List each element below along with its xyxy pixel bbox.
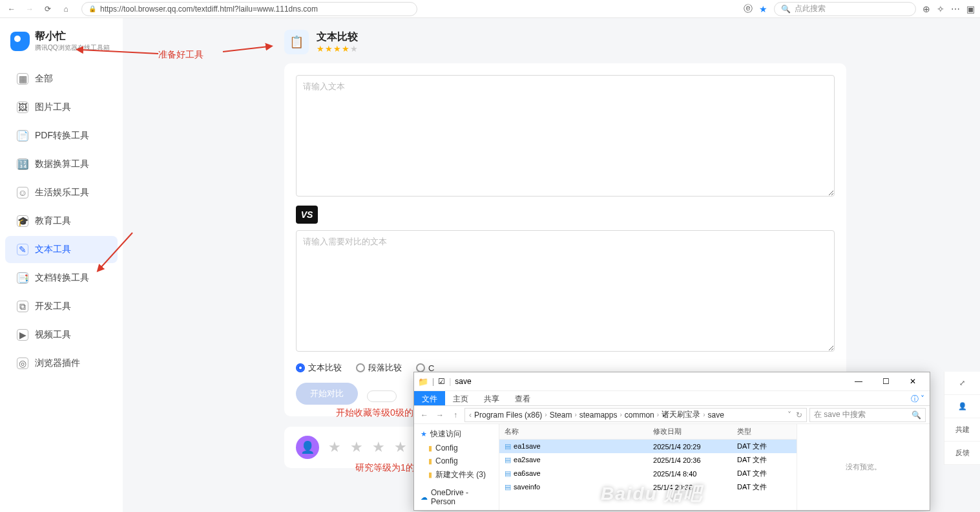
life-icon: ☺	[17, 187, 28, 198]
sidebar-item-doc[interactable]: 📑文档转换工具	[5, 264, 118, 292]
collections-icon[interactable]: ✧	[937, 4, 944, 14]
search-icon: 🔍	[781, 5, 791, 14]
text-icon: ✎	[17, 244, 28, 255]
minimize-button[interactable]: —	[846, 374, 871, 389]
file-row-ea2save[interactable]: ▤ea2save 2025/1/4 20:36 DAT 文件	[499, 453, 797, 467]
pdf-icon: 📄	[17, 130, 28, 142]
file-icon: ▤	[505, 483, 511, 491]
explorer-ribbon: 文件 主页 共享 查看 ⓘ ˅	[414, 390, 930, 406]
user-button[interactable]: 👤	[944, 395, 980, 418]
watermark: Baidu 贴吧	[601, 482, 703, 506]
favorite-star-icon[interactable]: ★	[759, 4, 767, 14]
titlebar-quick2: ☑	[438, 377, 445, 386]
file-icon: ▤	[505, 442, 511, 450]
sidebar-item-pdf[interactable]: 📄PDF转换工具	[5, 122, 118, 149]
breadcrumb[interactable]: ‹ Program Files (x86)› Steam› steamapps›…	[464, 408, 807, 422]
plugin-icon: ◎	[17, 357, 28, 369]
sidebar-item-dev[interactable]: ⧉开发工具	[5, 293, 118, 320]
column-headers[interactable]: 名称 修改日期 类型	[499, 424, 797, 440]
nav-onedrive[interactable]: ☁OneDrive - Person	[419, 486, 494, 508]
sidebar-item-video[interactable]: ▶视频工具	[5, 321, 118, 348]
nav-config1[interactable]: ▮Config	[419, 442, 494, 454]
sidebar-menu: ▦全部 🖼图片工具 📄PDF转换工具 🔢数据换算工具 ☺生活娱乐工具 🎓教育工具…	[0, 65, 123, 377]
lock-icon: 🔒	[89, 5, 96, 12]
home-button[interactable]: ⌂	[59, 3, 72, 16]
extension-icon[interactable]: ⊕	[923, 4, 930, 14]
sidebar-item-text[interactable]: ✎文本工具	[5, 236, 118, 263]
feedback-button[interactable]: 反馈	[944, 442, 980, 465]
brand-logo-icon	[10, 32, 30, 51]
nav-newfolder[interactable]: ▮新建文件夹 (3)	[419, 467, 494, 482]
close-button[interactable]: ✕	[900, 374, 926, 389]
nav-up-icon[interactable]: ↑	[449, 411, 462, 420]
folder-icon: 📁	[418, 377, 428, 387]
sidebar-item-image[interactable]: 🖼图片工具	[5, 94, 118, 121]
forward-button[interactable]: →	[23, 3, 36, 16]
more-icon[interactable]: ⋯	[951, 4, 960, 14]
nav-config2[interactable]: ▮Config	[419, 454, 494, 467]
start-compare-button[interactable]: 开始对比	[296, 383, 358, 405]
ribbon-tab-share[interactable]: 共享	[476, 391, 507, 405]
clear-button[interactable]	[367, 390, 397, 402]
browser-toolbar: ← → ⟳ ⌂ 🔒 https://tool.browser.qq.com/te…	[0, 0, 980, 18]
search-placeholder: 点此搜索	[795, 3, 826, 14]
image-icon: 🖼	[17, 101, 28, 113]
tool-header: 📋 文本比较 ★★★★★	[284, 30, 954, 54]
url-text: https://tool.browser.qq.com/textdiff.htm…	[100, 5, 318, 14]
nav-back-icon[interactable]: ←	[418, 411, 431, 420]
text-input-2[interactable]	[296, 230, 835, 352]
doc-icon: 📑	[17, 272, 28, 284]
radio-paragraph-compare[interactable]: 段落比较	[356, 362, 402, 374]
sidebar: 帮小忙 腾讯QQ浏览器在线工具箱 ▦全部 🖼图片工具 📄PDF转换工具 🔢数据换…	[0, 18, 123, 512]
dev-icon: ⧉	[17, 301, 28, 312]
ribbon-tab-file[interactable]: 文件	[414, 391, 445, 405]
search-icon: 🔍	[912, 411, 921, 420]
explorer-title: save	[455, 377, 471, 386]
radio-text-compare[interactable]: 文本比较	[296, 362, 342, 374]
sidebar-item-plugin[interactable]: ◎浏览器插件	[5, 350, 118, 377]
expand-button[interactable]: ⤢	[944, 372, 980, 395]
nav-quick-access[interactable]: ★快速访问	[419, 427, 494, 442]
sidebar-item-data[interactable]: 🔢数据换算工具	[5, 151, 118, 178]
ribbon-help-icon[interactable]: ⓘ ˅	[906, 391, 930, 405]
sidebar-item-all[interactable]: ▦全部	[5, 65, 118, 92]
vs-badge: VS	[296, 206, 318, 224]
explorer-search[interactable]: 在 save 中搜索 🔍	[809, 408, 926, 422]
file-icon: ▤	[505, 469, 511, 477]
ribbon-tab-home[interactable]: 主页	[445, 391, 476, 405]
contribute-button[interactable]: 共建	[944, 418, 980, 442]
compare-card: VS 文本比较 段落比较 C 开始对比	[284, 63, 846, 416]
video-icon: ▶	[17, 329, 28, 341]
address-bar[interactable]: 🔒 https://tool.browser.qq.com/textdiff.h…	[81, 2, 417, 16]
avatar-icon: 👤	[296, 436, 319, 459]
panel-icon[interactable]: ▣	[966, 4, 975, 14]
tool-title: 文本比较	[317, 30, 359, 44]
maximize-button[interactable]: ☐	[873, 374, 899, 389]
sidebar-item-life[interactable]: ☺生活娱乐工具	[5, 179, 118, 206]
brand[interactable]: 帮小忙 腾讯QQ浏览器在线工具箱	[0, 26, 123, 61]
engine-icon[interactable]: ⓔ	[744, 3, 753, 15]
browser-search[interactable]: 🔍 点此搜索	[774, 2, 916, 16]
file-row-ea1save[interactable]: ▤ea1save 2025/1/4 20:29 DAT 文件	[499, 440, 797, 453]
file-row-ea6save[interactable]: ▤ea6save 2025/1/4 8:40 DAT 文件	[499, 467, 797, 480]
edu-icon: 🎓	[17, 215, 28, 227]
file-icon: ▤	[505, 456, 511, 464]
explorer-address-row: ← → ↑ ‹ Program Files (x86)› Steam› stea…	[414, 406, 930, 424]
back-button[interactable]: ←	[5, 3, 18, 16]
sidebar-item-edu[interactable]: 🎓教育工具	[5, 208, 118, 235]
refresh-button[interactable]: ⟳	[41, 3, 54, 16]
tool-icon: 📋	[284, 30, 309, 54]
grid-icon: ▦	[17, 73, 28, 85]
nav-fwd-icon[interactable]: →	[433, 411, 446, 420]
floating-right-bar: ⤢ 👤 共建 反馈	[944, 372, 980, 465]
text-input-1[interactable]	[296, 75, 835, 197]
ribbon-tab-view[interactable]: 查看	[507, 391, 538, 405]
brand-title: 帮小忙	[35, 30, 110, 43]
preview-pane: 没有预览。	[797, 424, 930, 510]
explorer-nav-tree[interactable]: ★快速访问 ▮Config ▮Config ▮新建文件夹 (3) ☁OneDri…	[414, 424, 499, 510]
brand-subtitle: 腾讯QQ浏览器在线工具箱	[35, 43, 110, 52]
calc-icon: 🔢	[17, 158, 28, 170]
titlebar-quick1: |	[432, 377, 434, 386]
explorer-titlebar[interactable]: 📁 | ☑ | save — ☐ ✕	[414, 372, 930, 390]
rating-stars[interactable]: ★★★★★	[317, 44, 359, 54]
